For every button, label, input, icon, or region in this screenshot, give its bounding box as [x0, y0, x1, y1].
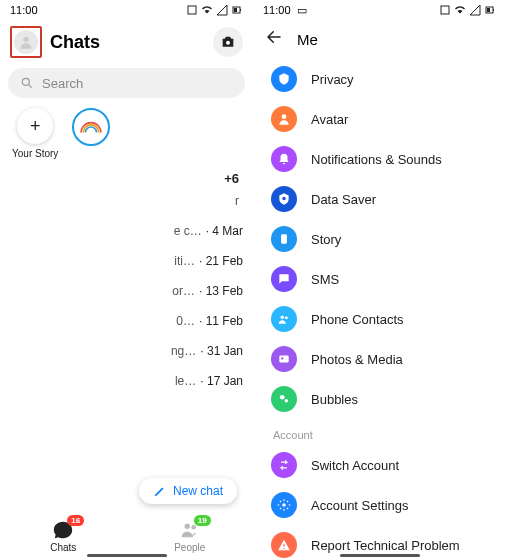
signal-icon: [469, 4, 481, 16]
wifi-icon: [201, 4, 213, 16]
warning-icon: [271, 532, 297, 558]
status-time: 11:00: [10, 4, 38, 16]
svg-point-19: [281, 357, 283, 359]
nav-chats[interactable]: 16 Chats: [0, 512, 127, 560]
me-header: Me: [253, 20, 506, 59]
chat-row[interactable]: le…· 17 Jan: [0, 366, 253, 396]
chat-row[interactable]: e c…· 4 Mar: [0, 216, 253, 246]
row-bubbles[interactable]: Bubbles: [259, 379, 506, 419]
square-icon: [439, 4, 451, 16]
svg-point-13: [282, 114, 287, 119]
svg-point-16: [281, 316, 285, 320]
svg-point-21: [285, 399, 289, 403]
svg-rect-9: [441, 6, 449, 14]
row-label: Notifications & Sounds: [311, 152, 442, 167]
svg-rect-23: [283, 544, 284, 547]
story-item[interactable]: [72, 108, 110, 159]
svg-point-20: [280, 395, 285, 400]
row-label: Photos & Media: [311, 352, 403, 367]
people-badge: 19: [194, 515, 211, 526]
svg-point-22: [282, 503, 286, 507]
svg-rect-3: [234, 8, 237, 12]
row-photos-media[interactable]: Photos & Media: [259, 339, 506, 379]
chat-row[interactable]: or…· 13 Feb: [0, 276, 253, 306]
page-title: Chats: [50, 32, 100, 53]
row-avatar[interactable]: Avatar: [259, 99, 506, 139]
section-account: Account: [259, 419, 506, 445]
arrow-left-icon: [265, 28, 283, 46]
status-icons: [186, 4, 243, 16]
person-icon: [18, 34, 34, 50]
row-phone-contacts[interactable]: Phone Contacts: [259, 299, 506, 339]
svg-point-4: [23, 37, 28, 42]
wifi-icon: [454, 4, 466, 16]
row-label: Report Technical Problem: [311, 538, 460, 553]
privacy-icon: [271, 66, 297, 92]
row-switch-account[interactable]: Switch Account: [259, 445, 506, 485]
chat-row[interactable]: ng…· 31 Jan: [0, 336, 253, 366]
chats-header: Chats: [0, 20, 253, 64]
row-label: Switch Account: [311, 458, 399, 473]
profile-avatar[interactable]: [14, 30, 38, 54]
shield-icon: [271, 186, 297, 212]
bubbles-icon: [271, 386, 297, 412]
phone-left: 11:00 Chats Search + Your Story: [0, 0, 253, 560]
photos-icon: [271, 346, 297, 372]
plus-count: +6: [0, 171, 253, 186]
svg-point-7: [184, 524, 190, 530]
header-left-group: Chats: [10, 26, 100, 58]
bell-icon: [271, 146, 297, 172]
svg-point-17: [285, 316, 288, 319]
row-label: SMS: [311, 272, 339, 287]
chat-bubble-icon: 16: [52, 519, 74, 541]
home-indicator: [87, 554, 167, 557]
your-story[interactable]: + Your Story: [12, 108, 58, 159]
svg-rect-24: [283, 548, 284, 549]
profile-avatar-highlight: [10, 26, 42, 58]
row-sms[interactable]: SMS: [259, 259, 506, 299]
row-story[interactable]: Story: [259, 219, 506, 259]
chats-badge: 16: [67, 515, 84, 526]
svg-point-6: [22, 78, 29, 85]
status-icons: [439, 4, 496, 16]
home-indicator: [340, 554, 420, 557]
row-label: Story: [311, 232, 341, 247]
pencil-icon: [153, 484, 167, 498]
status-bar: 11:00: [0, 0, 253, 20]
camera-button[interactable]: [213, 27, 243, 57]
people-icon: 19: [179, 519, 201, 541]
stories-row: + Your Story: [0, 102, 253, 165]
nav-people-label: People: [174, 542, 205, 553]
svg-rect-11: [493, 9, 494, 11]
chat-row[interactable]: iti…· 21 Feb: [0, 246, 253, 276]
switch-icon: [271, 452, 297, 478]
chat-row[interactable]: r: [0, 186, 253, 216]
row-label: Account Settings: [311, 498, 409, 513]
phone-right: 11:00 ▭ Me Privacy Avatar Notifications …: [253, 0, 506, 560]
square-icon: [186, 4, 198, 16]
search-placeholder: Search: [42, 76, 83, 91]
row-notifications[interactable]: Notifications & Sounds: [259, 139, 506, 179]
search-icon: [20, 76, 34, 90]
signal-icon: [216, 4, 228, 16]
battery-icon: [231, 4, 243, 16]
your-story-label: Your Story: [12, 148, 58, 159]
row-data-saver[interactable]: Data Saver: [259, 179, 506, 219]
chat-row[interactable]: 0…· 11 Feb: [0, 306, 253, 336]
back-button[interactable]: [265, 28, 283, 51]
settings-list[interactable]: Privacy Avatar Notifications & Sounds Da…: [253, 59, 506, 560]
row-label: Data Saver: [311, 192, 376, 207]
svg-rect-0: [188, 6, 196, 14]
row-privacy[interactable]: Privacy: [259, 59, 506, 99]
row-account-settings[interactable]: Account Settings: [259, 485, 506, 525]
new-chat-button[interactable]: New chat: [139, 478, 237, 504]
svg-rect-2: [240, 9, 241, 11]
search-input[interactable]: Search: [8, 68, 245, 98]
nav-people[interactable]: 19 People: [127, 512, 254, 560]
sms-icon: [271, 266, 297, 292]
svg-point-8: [191, 525, 196, 530]
rainbow-icon: [80, 120, 102, 134]
svg-rect-15: [281, 234, 287, 243]
new-chat-label: New chat: [173, 484, 223, 498]
row-label: Avatar: [311, 112, 348, 127]
